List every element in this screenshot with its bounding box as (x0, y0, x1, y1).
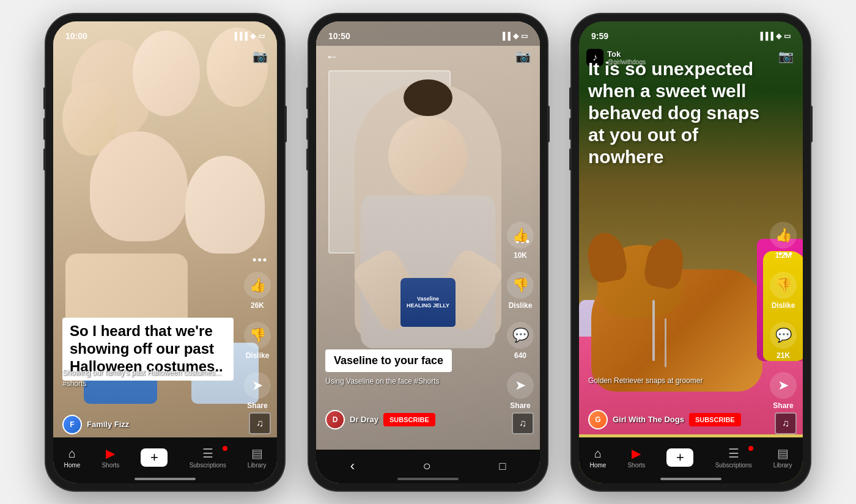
dislike-action-3[interactable]: 👎 Dislike (770, 272, 797, 310)
phone-1: 10:00 ▐▐▐ ◈ ▭ 📷 ••• 👍 26K 👎 Dislike (46, 14, 284, 491)
nav-home-1[interactable]: ⌂ Home (64, 447, 81, 469)
time-1: 10:00 (65, 31, 87, 41)
music-indicator-3: ♫ (775, 412, 797, 434)
shorts-icon-1: ▶ (106, 447, 115, 459)
action-sidebar-3: 👍 1.2M 👎 Dislike 💬 21K ➤ Share (770, 222, 797, 410)
like-icon-3[interactable]: 👍 (770, 222, 797, 249)
subscribe-button-2[interactable]: SUBSCRIBE (383, 413, 435, 426)
share-icon-1[interactable]: ➤ (244, 372, 271, 399)
water-stream-1 (652, 300, 655, 361)
more-options-1[interactable]: ••• (253, 254, 268, 266)
comment-icon-2[interactable]: 💬 (507, 322, 534, 349)
create-button-1[interactable]: + (141, 448, 168, 467)
share-icon-3[interactable]: ➤ (770, 372, 797, 399)
bottom-nav-1: ⌂ Home ▶ Shorts + ☰ Subscriptions ▤ Libr… (53, 437, 277, 483)
status-icons-1: ▐▐▐ ◈ ▭ (232, 32, 265, 40)
dislike-action-2[interactable]: 👎 Dislike (507, 272, 534, 310)
battery-icon-3: ▭ (784, 32, 791, 40)
like-count-3: 1.2M (775, 251, 792, 260)
like-action-1[interactable]: 👍 26K (244, 272, 271, 310)
share-label-1: Share (247, 401, 267, 410)
subscriptions-icon-1: ☰ (202, 447, 213, 459)
face-5 (90, 131, 188, 241)
shorts-icon-3: ▶ (632, 447, 641, 459)
status-icons-3: ▐▐▐ ◈ ▭ (758, 32, 791, 40)
share-label-3: Share (773, 401, 793, 410)
nav-shorts-1[interactable]: ▶ Shorts (101, 447, 119, 469)
dislike-action-1[interactable]: 👎 Dislike (244, 322, 271, 360)
share-action-2[interactable]: ➤ Share (507, 372, 534, 410)
share-action-1[interactable]: ➤ Share (244, 372, 271, 410)
camera-icon-2[interactable]: 📷 (515, 49, 531, 64)
action-sidebar-1: 👍 26K 👎 Dislike ➤ Share (244, 272, 271, 410)
channel-avatar-3: G (588, 410, 608, 429)
dislike-label-2: Dislike (509, 301, 533, 310)
home-indicator-2 (397, 478, 459, 480)
hair-bun (404, 79, 452, 116)
back-arrow-icon-2[interactable]: ← (325, 49, 339, 64)
nav-create-1[interactable]: + (141, 448, 168, 467)
channel-avatar-1: F (62, 415, 82, 434)
nav-subscriptions-1[interactable]: ☰ Subscriptions (190, 447, 226, 469)
back-nav-arrow-2[interactable]: ‹ (350, 458, 355, 474)
subscriptions-icon-3: ☰ (728, 447, 739, 459)
like-count-1: 26K (251, 301, 264, 310)
top-actions-3[interactable]: 📷 (778, 49, 794, 64)
share-action-3[interactable]: ➤ Share (770, 372, 797, 410)
channel-name-3[interactable]: Girl With The Dogs (613, 415, 684, 424)
comment-action-2[interactable]: 💬 640 (507, 322, 534, 360)
camera-icon-3[interactable]: 📷 (778, 49, 794, 64)
channel-name-2[interactable]: Dr Dray (350, 415, 378, 424)
battery-icon-2: ▭ (521, 32, 528, 40)
main-caption-2: Vaseline to your face (325, 349, 452, 372)
nav-library-3[interactable]: ▤ Library (773, 447, 792, 469)
sub-caption-2: Using Vaseline on the face #Shorts (325, 377, 497, 385)
large-text-overlay-3: It is so unexpected when a sweet well be… (588, 58, 760, 168)
share-icon-2[interactable]: ➤ (507, 372, 534, 399)
music-indicator-2: ♫ (512, 412, 534, 434)
dislike-icon-2[interactable]: 👎 (507, 272, 534, 299)
top-actions-2[interactable]: 📷 (515, 49, 531, 64)
sub-caption-area-3: Golden Retriever snaps at groomer (588, 374, 760, 385)
nav-library-1[interactable]: ▤ Library (248, 447, 267, 469)
share-label-2: Share (510, 401, 530, 410)
nav-home-3[interactable]: ⌂ Home (590, 447, 607, 469)
dislike-label-3: Dislike (772, 301, 795, 310)
library-icon-1: ▤ (251, 447, 263, 459)
sub-caption-text-3: Golden Retriever snaps at groomer (588, 376, 703, 385)
nav-subscriptions-3[interactable]: ☰ Subscriptions (715, 447, 752, 469)
like-icon-1[interactable]: 👍 (244, 272, 271, 299)
caption-area-2: Vaseline to your face Using Vaseline on … (325, 349, 497, 385)
dislike-label-1: Dislike (246, 351, 270, 360)
comment-action-3[interactable]: 💬 21K (770, 322, 797, 360)
home-icon-3: ⌂ (594, 447, 602, 459)
bottom-nav-3: ⌂ Home ▶ Shorts + ☰ Subscriptions ▤ Libr… (579, 437, 803, 483)
channel-name-1[interactable]: Family Fizz (87, 420, 129, 429)
camera-icon-1[interactable]: 📷 (253, 49, 268, 64)
channel-avatar-2: D (325, 410, 345, 429)
like-action-2[interactable]: 👍 10K (507, 222, 534, 260)
phone-3: 9:59 ▐▐▐ ◈ ▭ 📷 ♪ Tok @girlwithdogs (572, 14, 810, 491)
nav-shorts-3[interactable]: ▶ Shorts (627, 447, 645, 469)
like-icon-2[interactable]: 👍 (507, 222, 534, 249)
wifi-icon-3: ◈ (776, 32, 781, 40)
back-button-2[interactable]: ← (325, 49, 339, 65)
phone-2-screen: VaselineHEALING JELLY 10:50 ▐▐ ◈ ▭ ← 📷 •… (316, 21, 540, 483)
shorts-label-1: Shorts (101, 462, 119, 469)
recents-nav-square-2[interactable]: □ (499, 460, 506, 473)
top-actions-1[interactable]: 📷 (253, 49, 268, 64)
subscriptions-label-1: Subscriptions (190, 462, 226, 469)
like-action-3[interactable]: 👍 1.2M (770, 222, 797, 260)
comment-icon-3[interactable]: 💬 (770, 322, 797, 349)
library-label-1: Library (248, 462, 267, 469)
create-button-3[interactable]: + (666, 448, 693, 467)
home-nav-circle-2[interactable]: ○ (423, 458, 431, 474)
music-indicator-1: ♫ (249, 412, 271, 434)
home-icon-1: ⌂ (68, 447, 76, 459)
dislike-icon-3[interactable]: 👎 (770, 272, 797, 299)
subscribe-button-3[interactable]: SUBSCRIBE (689, 413, 741, 426)
dislike-icon-1[interactable]: 👎 (244, 322, 271, 349)
nav-create-3[interactable]: + (666, 448, 693, 467)
channel-info-2: D Dr Dray SUBSCRIBE (325, 410, 497, 429)
face (388, 116, 468, 195)
